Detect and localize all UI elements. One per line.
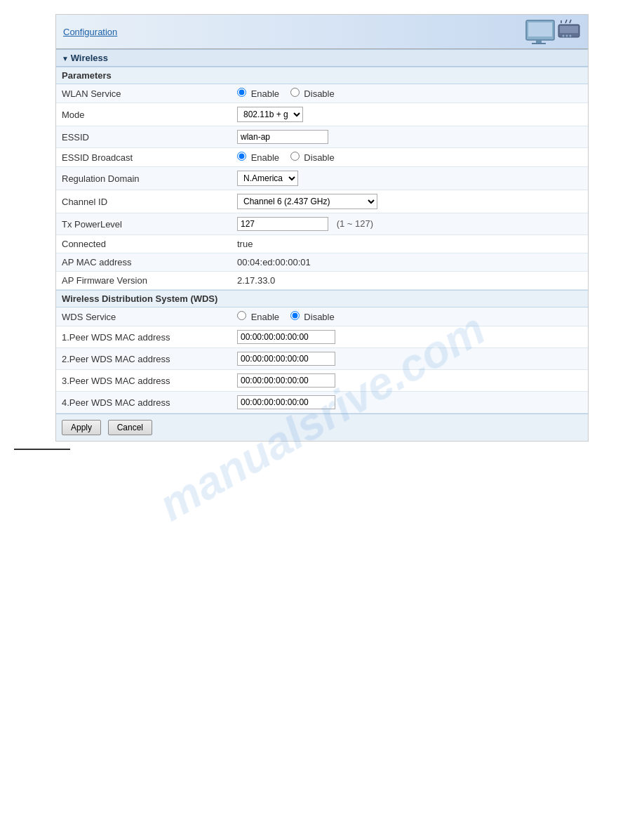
peer-wds-mac-4-label: 4.Peer WDS MAC address: [56, 392, 232, 413]
wds-service-controls: Enable Disable: [232, 307, 588, 326]
peer-wds-mac-2-label: 2.Peer WDS MAC address: [56, 348, 232, 370]
wlan-enable-text: Enable: [251, 88, 279, 99]
essid-control: [232, 126, 588, 148]
config-icon: [525, 19, 581, 44]
wds-enable-radio[interactable]: [237, 311, 246, 320]
svg-rect-2: [536, 40, 542, 43]
peer-wds-mac-4-row: 4.Peer WDS MAC address: [56, 392, 588, 413]
ap-mac-value: 00:04:ed:00:00:01: [232, 253, 588, 272]
ap-firmware-row: AP Firmware Version 2.17.33.0: [56, 272, 588, 290]
wds-disable-radio[interactable]: [290, 311, 300, 320]
channel-id-select[interactable]: Channel 6 (2.437 GHz) Channel 1 (2.412 G…: [237, 194, 377, 209]
regulation-domain-control: N.America Europe Japan: [232, 167, 588, 190]
essid-bc-enable-text: Enable: [251, 152, 279, 163]
essid-bc-disable-radio[interactable]: [290, 152, 300, 161]
wds-disable-label[interactable]: Disable: [290, 312, 335, 322]
wds-table: WDS Service Enable Disable 1.Peer WDS MA…: [56, 307, 588, 413]
page-wrapper: Configuration: [0, 0, 644, 466]
wlan-disable-text: Disable: [304, 88, 334, 99]
ap-mac-row: AP MAC address 00:04:ed:00:00:01: [56, 253, 588, 272]
channel-id-row: Channel ID Channel 6 (2.437 GHz) Channel…: [56, 190, 588, 213]
channel-id-control: Channel 6 (2.437 GHz) Channel 1 (2.412 G…: [232, 190, 588, 213]
peer-wds-mac-3-control: [232, 370, 588, 392]
peer-wds-mac-4-control: [232, 392, 588, 413]
tx-power-label: Tx PowerLevel: [56, 213, 232, 235]
mode-row: Mode 802.11b + g 802.11b 802.11g: [56, 103, 588, 126]
peer-wds-mac-4-input[interactable]: [237, 395, 335, 409]
svg-line-8: [570, 20, 571, 23]
svg-point-10: [566, 35, 568, 37]
essid-bc-enable-radio[interactable]: [237, 152, 246, 161]
footer-row: Apply Cancel: [56, 413, 588, 441]
essid-bc-enable-label[interactable]: Enable: [237, 152, 282, 163]
essid-bc-disable-label[interactable]: Disable: [290, 152, 335, 163]
wds-disable-text: Disable: [304, 312, 334, 322]
channel-id-label: Channel ID: [56, 190, 232, 213]
peer-wds-mac-1-row: 1.Peer WDS MAC address: [56, 326, 588, 348]
connected-row: Connected true: [56, 235, 588, 253]
underline-decoration: [14, 449, 70, 450]
parameters-label: Parameters: [62, 70, 112, 81]
svg-rect-3: [532, 43, 546, 44]
svg-point-9: [563, 35, 565, 37]
peer-wds-mac-1-input[interactable]: [237, 330, 335, 344]
connected-value: true: [232, 235, 588, 253]
essid-bc-disable-text: Disable: [304, 152, 334, 163]
config-panel: Configuration: [55, 14, 589, 442]
tx-power-control: (1 ~ 127): [232, 213, 588, 235]
wlan-enable-radio[interactable]: [237, 88, 246, 97]
wds-service-row: WDS Service Enable Disable: [56, 307, 588, 326]
regulation-domain-row: Regulation Domain N.America Europe Japan: [56, 167, 588, 190]
wds-enable-text: Enable: [251, 312, 279, 322]
wlan-enable-label[interactable]: Enable: [237, 88, 282, 99]
mode-control: 802.11b + g 802.11b 802.11g: [232, 103, 588, 126]
wireless-section-label: Wireless: [71, 53, 108, 63]
apply-button[interactable]: Apply: [62, 420, 101, 435]
mode-label: Mode: [56, 103, 232, 126]
essid-broadcast-controls: Enable Disable: [232, 148, 588, 167]
regulation-domain-select[interactable]: N.America Europe Japan: [237, 171, 298, 186]
wlan-service-row: WLAN Service Enable Disable: [56, 84, 588, 103]
peer-wds-mac-3-input[interactable]: [237, 373, 335, 388]
svg-point-11: [570, 35, 572, 37]
config-header: Configuration: [56, 15, 588, 49]
config-title: Configuration: [63, 27, 117, 37]
ap-mac-label: AP MAC address: [56, 253, 232, 272]
svg-rect-1: [528, 22, 552, 37]
wlan-disable-label[interactable]: Disable: [290, 88, 335, 99]
ap-firmware-label: AP Firmware Version: [56, 272, 232, 290]
essid-input[interactable]: [237, 130, 328, 144]
wds-section-label: Wireless Distribution System (WDS): [62, 293, 217, 304]
mode-select[interactable]: 802.11b + g 802.11b 802.11g: [237, 107, 303, 122]
wds-service-label: WDS Service: [56, 307, 232, 326]
parameters-section-header: Parameters: [56, 67, 588, 84]
tx-power-hint: (1 ~ 127): [337, 218, 373, 229]
tx-power-input[interactable]: [237, 217, 328, 231]
peer-wds-mac-3-label: 3.Peer WDS MAC address: [56, 370, 232, 392]
essid-label: ESSID: [56, 126, 232, 148]
essid-broadcast-row: ESSID Broadcast Enable Disable: [56, 148, 588, 167]
ap-firmware-value: 2.17.33.0: [232, 272, 588, 290]
header-icon: [525, 19, 581, 44]
connected-label: Connected: [56, 235, 232, 253]
peer-wds-mac-2-row: 2.Peer WDS MAC address: [56, 348, 588, 370]
essid-broadcast-label: ESSID Broadcast: [56, 148, 232, 167]
svg-line-7: [565, 20, 567, 23]
tx-power-row: Tx PowerLevel (1 ~ 127): [56, 213, 588, 235]
essid-row: ESSID: [56, 126, 588, 148]
wds-section-header: Wireless Distribution System (WDS): [56, 290, 588, 307]
cancel-button[interactable]: Cancel: [108, 420, 152, 435]
wds-enable-label[interactable]: Enable: [237, 312, 282, 322]
peer-wds-mac-3-row: 3.Peer WDS MAC address: [56, 370, 588, 392]
peer-wds-mac-2-input[interactable]: [237, 352, 335, 366]
peer-wds-mac-2-control: [232, 348, 588, 370]
svg-rect-5: [560, 26, 578, 33]
peer-wds-mac-1-label: 1.Peer WDS MAC address: [56, 326, 232, 348]
peer-wds-mac-1-control: [232, 326, 588, 348]
regulation-domain-label: Regulation Domain: [56, 167, 232, 190]
wlan-service-label: WLAN Service: [56, 84, 232, 103]
wireless-section-header[interactable]: Wireless: [56, 49, 588, 67]
wlan-disable-radio[interactable]: [290, 88, 300, 97]
parameters-table: WLAN Service Enable Disable Mode: [56, 84, 588, 290]
wlan-service-controls: Enable Disable: [232, 84, 588, 103]
